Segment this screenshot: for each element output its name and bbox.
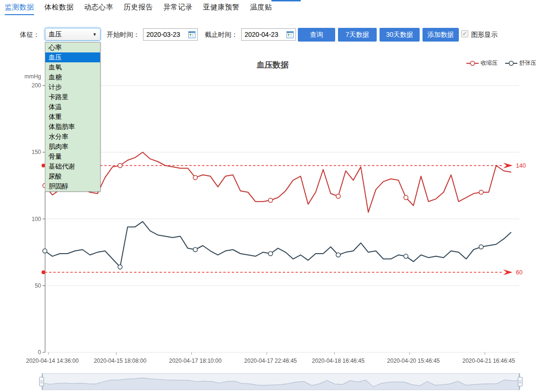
dropdown-option-2[interactable]: 血压 <box>45 52 100 62</box>
svg-text:200: 200 <box>32 82 41 89</box>
datazoom-preview <box>42 374 520 390</box>
svg-text:mmHg: mmHg <box>25 73 41 80</box>
dropdown-option-15[interactable]: 胆固醇 <box>45 181 100 191</box>
tab-4[interactable]: 历史报告 <box>124 3 153 15</box>
main-nav: 监测数据体检数据动态心率历史报告异常记录亚健康预警温度贴 <box>5 3 272 15</box>
svg-text:150: 150 <box>32 149 41 155</box>
start-time-label: 开始时间： <box>107 31 140 39</box>
dropdown-option-14[interactable]: 尿酸 <box>45 171 100 181</box>
button-2[interactable]: 7天数据 <box>338 28 377 42</box>
end-date-value: 2020-04-23 <box>245 31 279 38</box>
sign-dropdown-list: 心率血压血氧血糖计步卡路里体温体重体脂肪率水分率肌肉率骨量基础代谢尿酸胆固醇 <box>45 42 101 192</box>
dropdown-option-9[interactable]: 体脂肪率 <box>45 122 100 132</box>
legend-item-2[interactable]: 舒张压 <box>505 59 536 67</box>
dropdown-option-6[interactable]: 卡路里 <box>45 92 100 102</box>
svg-text:2020-04-20 15:46:45: 2020-04-20 15:46:45 <box>387 358 440 364</box>
tab-2[interactable]: 体检数据 <box>44 3 74 15</box>
svg-text:2020-04-14 14:36:00: 2020-04-14 14:36:00 <box>26 358 79 364</box>
graph-display-label: 图形显示 <box>471 31 498 39</box>
svg-text:2020-04-17 22:46:45: 2020-04-17 22:46:45 <box>244 358 297 364</box>
svg-text:2020-04-17 18:10:00: 2020-04-17 18:10:00 <box>169 358 222 364</box>
tab-7[interactable]: 温度贴 <box>250 3 272 15</box>
dropdown-option-4[interactable]: 血糖 <box>45 72 100 82</box>
graph-display-checkbox[interactable]: ✓ <box>461 30 468 37</box>
sign-select-value: 血压 <box>49 30 62 39</box>
toolbar-buttons: 查询7天数据30天数据添加数据 <box>298 28 459 42</box>
dropdown-option-8[interactable]: 体重 <box>45 112 100 122</box>
tab-3[interactable]: 动态心率 <box>84 3 113 15</box>
svg-text:0: 0 <box>38 349 41 356</box>
svg-text:140: 140 <box>516 162 526 169</box>
sign-label: 体征： <box>20 31 40 39</box>
button-4[interactable]: 添加数据 <box>422 28 459 42</box>
tab-6[interactable]: 亚健康预警 <box>203 3 240 15</box>
end-date-input[interactable]: 2020-04-23 <box>241 28 296 41</box>
dropdown-option-5[interactable]: 计步 <box>45 82 100 92</box>
dropdown-option-10[interactable]: 水分率 <box>45 132 100 142</box>
svg-text:50: 50 <box>35 282 42 289</box>
svg-text:2020-04-18 16:46:45: 2020-04-18 16:46:45 <box>312 358 365 364</box>
datazoom-left-handle[interactable] <box>39 377 44 386</box>
legend-item-1[interactable]: 收缩压 <box>466 59 498 67</box>
svg-text:60: 60 <box>516 269 523 276</box>
app-root: 监测数据体检数据动态心率历史报告异常记录亚健康预警温度贴 体征： 血压 ▼ 开始… <box>0 0 549 392</box>
tab-1[interactable]: 监测数据 <box>5 3 34 15</box>
datazoom-slider[interactable] <box>42 373 520 390</box>
legend-marker-icon <box>466 60 479 66</box>
sign-select[interactable]: 血压 ▼ <box>45 28 101 41</box>
start-date-value: 2020-03-23 <box>146 31 180 38</box>
chevron-down-icon: ▼ <box>93 32 97 37</box>
dropdown-option-11[interactable]: 肌肉率 <box>45 142 100 152</box>
start-date-input[interactable]: 2020-03-23 <box>143 28 198 41</box>
button-1[interactable]: 查询 <box>298 28 335 42</box>
dropdown-option-1[interactable]: 心率 <box>45 43 100 52</box>
dropdown-option-12[interactable]: 骨量 <box>45 152 100 162</box>
calendar-icon[interactable] <box>287 31 294 38</box>
chart-title: 血压数据 <box>35 60 510 70</box>
legend-label: 收缩压 <box>481 59 498 67</box>
legend-label: 舒张压 <box>519 59 536 67</box>
dropdown-option-3[interactable]: 血氧 <box>45 62 100 72</box>
dropdown-option-7[interactable]: 体温 <box>45 102 100 112</box>
dropdown-option-13[interactable]: 基础代谢 <box>45 162 100 171</box>
svg-text:100: 100 <box>32 216 41 222</box>
svg-text:2020-04-21 16:46:45: 2020-04-21 16:46:45 <box>462 358 515 364</box>
svg-text:2020-04-15 18:08:00: 2020-04-15 18:08:00 <box>94 358 147 364</box>
end-time-label: 截止时间： <box>205 31 238 39</box>
chart-legend: 收缩压舒张压 <box>466 59 536 67</box>
tab-5[interactable]: 异常记录 <box>163 3 193 15</box>
datazoom-right-handle[interactable] <box>518 377 523 386</box>
button-3[interactable]: 30天数据 <box>380 28 420 42</box>
calendar-icon[interactable] <box>188 31 195 38</box>
legend-marker-icon <box>505 60 517 66</box>
